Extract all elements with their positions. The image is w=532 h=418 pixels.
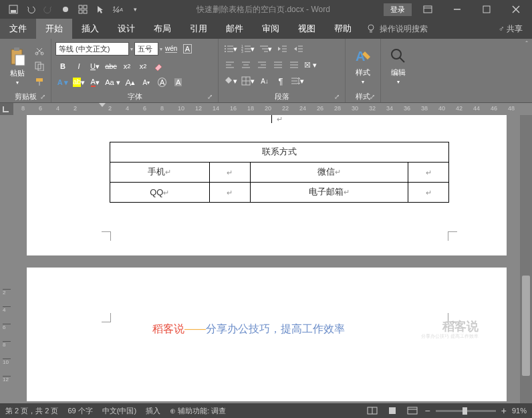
decrease-indent-icon[interactable] [275,41,289,56]
scrollbar-vertical[interactable] [520,115,532,406]
strikethrough-button[interactable]: abc [104,59,118,74]
scroll-thumb[interactable] [522,276,530,376]
insert-mode[interactable]: 插入 [146,406,160,416]
tab-design[interactable]: 设计 [108,19,144,39]
tab-insert[interactable]: 插入 [72,19,108,39]
sort-icon[interactable]: A↓ [257,74,272,88]
dialog-launcher-icon[interactable]: ⤢ [370,93,375,100]
save-icon[interactable] [5,2,21,17]
dialog-launcher-icon[interactable]: ⤢ [207,93,213,100]
numbering-icon[interactable]: 123▾ [240,41,256,56]
align-right-icon[interactable] [255,58,269,72]
editing-button[interactable]: 编辑 ▾ [385,41,412,90]
table-cell[interactable]: 手机↵ [110,162,210,182]
align-left-icon[interactable] [223,58,237,72]
tab-help[interactable]: 帮助 [325,19,361,39]
tab-references[interactable]: 引用 [180,19,217,39]
maximize-icon[interactable] [473,2,500,17]
dialog-launcher-icon[interactable]: ⤢ [40,93,45,100]
multilevel-list-icon[interactable]: ▾ [257,41,273,56]
font-color-icon[interactable]: A ▾ [88,75,102,90]
share-button[interactable]: ♂ 共享 [499,23,532,35]
text-effect-icon[interactable]: ¼A [110,2,126,17]
borders-icon[interactable]: ▾ [240,74,256,88]
clear-format-icon[interactable] [152,59,166,74]
grid-icon[interactable] [75,2,91,17]
accessibility-checker[interactable]: ⊕ 辅助功能: 调查 [170,406,226,416]
char-shading-icon[interactable]: A [171,75,186,90]
redo-icon[interactable] [40,2,56,17]
underline-button[interactable]: U ▾ [88,59,102,74]
grow-font-icon[interactable]: A▴ [123,75,138,90]
zoom-level[interactable]: 91% [512,407,527,415]
table-cell[interactable]: ↵ [408,162,449,182]
zoom-slider[interactable] [436,410,496,412]
table-cell[interactable]: QQ↵ [110,182,210,202]
cut-icon[interactable] [32,43,47,58]
tab-selector[interactable] [0,103,13,115]
dialog-launcher-icon[interactable]: ⤢ [334,93,340,100]
change-case-button[interactable]: Aa ▾ [104,75,122,90]
character-border-icon[interactable]: A [180,41,194,56]
highlight-icon[interactable]: ab ▾ [72,75,86,90]
language-indicator[interactable]: 中文(中国) [102,406,136,416]
tab-mailings[interactable]: 邮件 [217,19,253,39]
align-justify-icon[interactable] [271,58,285,72]
tab-review[interactable]: 审阅 [253,19,289,39]
tab-layout[interactable]: 布局 [144,19,180,39]
asian-layout-icon[interactable]: ☒ ▾ [303,58,318,72]
text-effects-icon[interactable]: A ▾ [55,75,70,90]
contact-table[interactable]: 联系方式 手机↵ ↵ 微信↵ ↵ QQ↵ ↵ 电子邮箱↵ ↵ [110,122,449,203]
tab-home[interactable]: 开始 [36,19,72,39]
page-1[interactable]: ↵ 联系方式 手机↵ ↵ 微信↵ ↵ QQ↵ ↵ 电子邮箱↵ ↵ [27,115,507,255]
font-name-combo[interactable]: 等线 (中文正文) [55,42,129,56]
slogan-text[interactable]: 稻客说——分享办公技巧，提高工作效率 [152,322,345,336]
enclose-char-icon[interactable]: A [155,75,170,90]
table-cell[interactable]: ↵ [209,162,250,182]
cursor-icon[interactable] [92,2,108,17]
styles-button[interactable]: A 样式 ▾ [350,41,376,90]
show-marks-icon[interactable]: ¶ [273,74,288,88]
ruler-horizontal[interactable]: 8642246810121416182022242628303234363840… [0,103,532,115]
bullets-icon[interactable]: ▾ [223,41,239,56]
page-indicator[interactable]: 第 2 页，共 2 页 [5,406,58,416]
copy-icon[interactable] [32,59,47,74]
zoom-out-button[interactable]: − [425,405,430,416]
subscript-button[interactable]: x2 [120,59,134,74]
ruler-vertical[interactable]: 24681012 [0,115,13,406]
qat-dropdown-icon[interactable]: ▾ [127,2,143,17]
tell-me-search[interactable]: 操作说明搜索 [366,23,428,35]
collapse-ribbon-icon[interactable]: ˆ [521,39,532,102]
zoom-thumb[interactable] [462,407,467,415]
line-spacing-icon[interactable]: ▾ [289,74,305,88]
indent-marker-icon[interactable] [99,103,106,108]
tab-view[interactable]: 视图 [289,19,325,39]
shading-icon[interactable]: ▾ [223,74,239,88]
italic-button[interactable]: I [72,59,86,74]
table-cell[interactable]: 电子邮箱↵ [250,182,408,202]
paste-button[interactable]: 粘贴 ▾ [4,41,31,90]
align-distribute-icon[interactable] [287,58,301,72]
font-size-combo[interactable]: 五号 [134,42,158,56]
word-count[interactable]: 69 个字 [68,406,92,416]
table-cell[interactable]: ↵ [408,182,449,202]
close-icon[interactable] [503,2,529,17]
bold-button[interactable]: B [55,59,70,74]
format-painter-icon[interactable] [32,74,47,89]
login-button[interactable]: 登录 [384,3,412,16]
print-layout-icon[interactable] [385,405,400,417]
table-cell[interactable]: 微信↵ [250,162,408,182]
ribbon-options-icon[interactable] [414,2,441,17]
phonetic-guide-icon[interactable]: wén [164,41,178,56]
shrink-font-icon[interactable]: A▾ [139,75,154,90]
zoom-in-button[interactable]: + [501,405,507,416]
tab-file[interactable]: 文件 [0,19,36,39]
table-header[interactable]: 联系方式 [110,142,449,162]
bullet-icon[interactable] [57,2,74,17]
align-center-icon[interactable] [239,58,253,72]
superscript-button[interactable]: x2 [136,59,150,74]
web-layout-icon[interactable] [405,405,420,417]
read-mode-icon[interactable] [365,405,380,417]
page-2[interactable]: 稻客说——分享办公技巧，提高工作效率 稻客说 分享办公技巧 提高工作效率 [27,268,507,401]
increase-indent-icon[interactable] [291,41,305,56]
